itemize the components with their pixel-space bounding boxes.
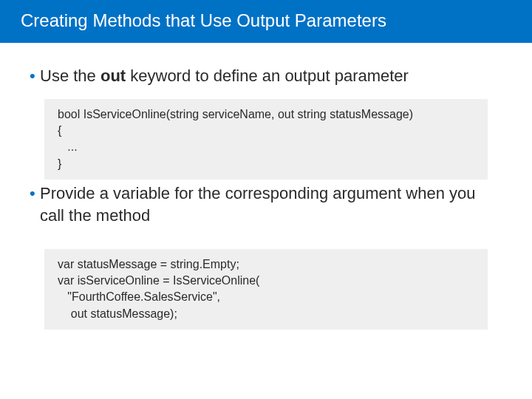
code-block-1: bool IsServiceOnline(string serviceName,… <box>44 99 488 180</box>
slide-title: Creating Methods that Use Output Paramet… <box>0 0 532 43</box>
bullet1-text-post: keyword to define an output parameter <box>126 66 409 85</box>
code-block-2: var statusMessage = string.Empty; var is… <box>44 249 488 330</box>
bullet1-keyword: out <box>100 66 126 85</box>
bullet-item-2: Provide a variable for the corresponding… <box>30 183 502 226</box>
bullet-item-1: Use the out keyword to define an output … <box>30 65 502 87</box>
slide-content: Use the out keyword to define an output … <box>0 43 532 330</box>
bullet1-text-pre: Use the <box>40 66 100 85</box>
